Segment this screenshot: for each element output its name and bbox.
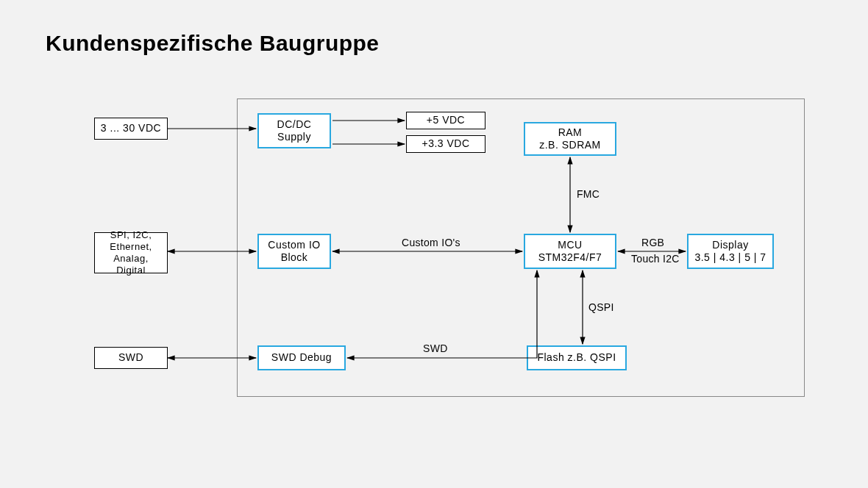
v33-block: +3.3 VDC (406, 135, 485, 153)
ext-io-label: SPI, I2C, Ethernet, Analag, Digital (99, 229, 163, 277)
mcu-block: MCU STM32F4/F7 (524, 234, 616, 269)
customio-label: Custom IO Block (268, 239, 320, 265)
display-label: Display 3.5 | 4.3 | 5 | 7 (694, 239, 766, 265)
display-block: Display 3.5 | 4.3 | 5 | 7 (687, 234, 774, 269)
ext-power-box: 3 ... 30 VDC (94, 118, 168, 140)
swddebug-label: SWD Debug (271, 351, 332, 365)
dcdc-label: DC/DC Supply (277, 118, 312, 144)
v33-label: +3.3 VDC (421, 137, 469, 151)
v5-label: +5 VDC (427, 114, 465, 127)
rgb-label: RGB (641, 237, 664, 248)
flash-block: Flash z.B. QSPI (527, 345, 627, 370)
ext-power-label: 3 ... 30 VDC (101, 122, 161, 135)
mcu-label: MCU STM32F4/F7 (538, 239, 602, 265)
qspi-label: QSPI (588, 301, 614, 313)
ram-label: RAM z.B. SDRAM (539, 126, 601, 152)
swd-label: SWD (423, 342, 448, 354)
customios-label: Custom IO's (402, 237, 460, 248)
touch-label: Touch I2C (631, 253, 680, 265)
fmc-label: FMC (577, 188, 600, 200)
ext-swd-box: SWD (94, 347, 168, 369)
page-title: Kundenspezifische Baugruppe (46, 31, 380, 56)
ext-io-box: SPI, I2C, Ethernet, Analag, Digital (94, 232, 168, 273)
v5-block: +5 VDC (406, 112, 485, 129)
flash-label: Flash z.B. QSPI (537, 351, 616, 365)
customio-block: Custom IO Block (257, 234, 331, 269)
ext-swd-label: SWD (118, 351, 143, 365)
swddebug-block: SWD Debug (257, 345, 346, 370)
ram-block: RAM z.B. SDRAM (524, 122, 616, 156)
dcdc-block: DC/DC Supply (257, 113, 331, 148)
